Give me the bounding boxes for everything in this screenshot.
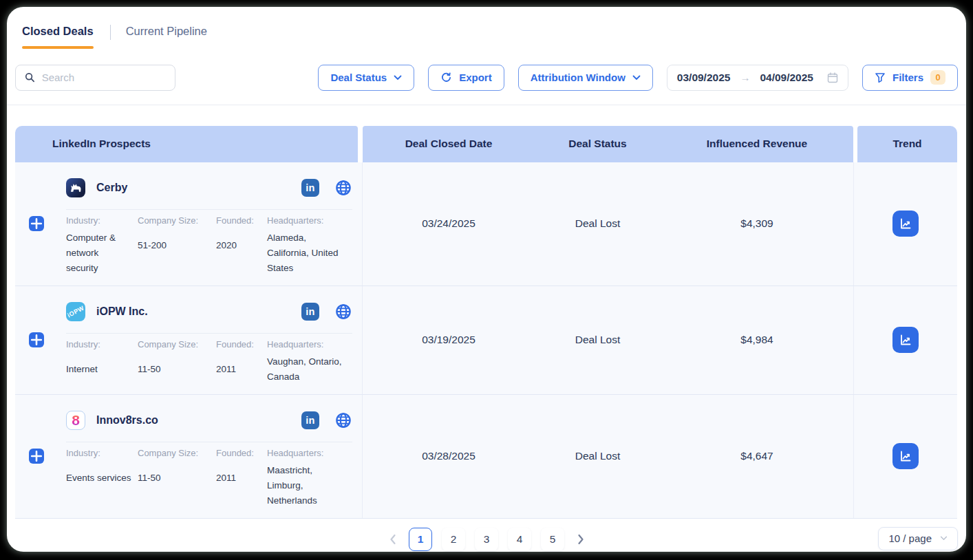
- prev-page-button[interactable]: [385, 528, 399, 551]
- search-box[interactable]: [15, 65, 175, 91]
- date-range-picker[interactable]: 03/09/2025 → 04/09/2025: [667, 65, 848, 91]
- chevron-down-icon: [394, 75, 402, 80]
- tab-closed-deals-label: Closed Deals: [22, 25, 94, 38]
- chevron-down-icon: [940, 536, 948, 541]
- headquarters-label: Headquarters:: [267, 215, 352, 228]
- company-logo-cerby: [66, 178, 85, 197]
- deal-status-dropdown[interactable]: Deal Status: [318, 65, 414, 91]
- company-size-label: Company Size:: [138, 215, 216, 228]
- company-size-label: Company Size:: [138, 448, 216, 460]
- plus-icon: [29, 449, 44, 464]
- prospect-main: iOPW iOPW Inc. in: [66, 296, 352, 385]
- industry-label: Industry:: [66, 339, 138, 352]
- tab-current-pipeline[interactable]: Current Pipeline: [111, 25, 214, 38]
- trend-chart-button[interactable]: [892, 443, 919, 469]
- page-button-4[interactable]: 4: [508, 528, 531, 551]
- expand-row-button[interactable]: [29, 216, 44, 231]
- linkedin-glyph: in: [306, 182, 315, 193]
- prospect-main: Cerby in: [66, 172, 352, 276]
- founded-label: Founded:: [216, 448, 267, 460]
- column-header-deal-status: Deal Status: [535, 138, 661, 150]
- industry-value: Internet: [66, 354, 138, 385]
- deal-closed-date-cell: 03/24/2025: [363, 162, 535, 286]
- founded-value: 2020: [216, 230, 267, 261]
- prospect-cell: Cerby in: [15, 162, 363, 286]
- trend-cell: [853, 162, 957, 286]
- globe-icon[interactable]: [334, 179, 352, 197]
- industry-value: Computer & network security: [66, 230, 138, 276]
- toolbar: Deal Status Export Attribution Window: [7, 65, 966, 91]
- trend-chart-button[interactable]: [892, 327, 919, 353]
- page-button-1[interactable]: 1: [409, 528, 432, 551]
- prospect-cell: 8 Innov8rs.co in: [15, 395, 363, 518]
- industry-label: Industry:: [66, 215, 138, 228]
- trend-chart-button[interactable]: [892, 211, 919, 237]
- attribution-window-dropdown[interactable]: Attribution Window: [518, 65, 653, 91]
- expand-row-button[interactable]: [29, 449, 44, 464]
- table-header: LinkedIn Prospects Deal Closed Date Deal…: [15, 126, 957, 162]
- chevron-right-icon: [577, 534, 585, 545]
- founded-value: 2011: [216, 463, 267, 493]
- plus-icon: [29, 216, 44, 231]
- tabs-bar: Closed Deals Current Pipeline: [7, 7, 966, 49]
- deal-status-cell: Deal Lost: [535, 395, 661, 518]
- linkedin-icon[interactable]: in: [301, 411, 319, 429]
- tab-closed-deals[interactable]: Closed Deals: [15, 25, 100, 49]
- deal-status-cell: Deal Lost: [535, 286, 661, 394]
- filter-funnel-icon: [875, 72, 886, 83]
- header-gap: [358, 126, 363, 162]
- pagination: 1 2 3 4 5 10 / page: [7, 527, 966, 552]
- company-name: iOPW Inc.: [96, 305, 148, 318]
- filters-button[interactable]: Filters 0: [862, 65, 958, 91]
- deal-closed-date-cell: 03/28/2025: [363, 395, 535, 518]
- prospect-divider: [66, 333, 352, 334]
- influenced-revenue-cell: $4,647: [661, 395, 853, 518]
- line-chart-icon: [899, 449, 912, 463]
- table-row: 8 Innov8rs.co in: [15, 395, 957, 519]
- toolbar-separator: [7, 105, 966, 105]
- page-button-3[interactable]: 3: [475, 528, 498, 551]
- page-button-2[interactable]: 2: [442, 528, 465, 551]
- main-panel: Closed Deals Current Pipeline Deal Statu…: [7, 7, 966, 552]
- deal-status-label: Deal Status: [330, 72, 387, 83]
- prospect-main: 8 Innov8rs.co in: [66, 405, 352, 508]
- industry-label: Industry:: [66, 448, 138, 460]
- expand-row-button[interactable]: [29, 332, 44, 347]
- linkedin-icon[interactable]: in: [301, 303, 319, 321]
- calendar-icon: [827, 72, 838, 83]
- plus-icon: [29, 332, 44, 347]
- founded-label: Founded:: [216, 339, 267, 352]
- company-size-value: 11-50: [138, 463, 216, 493]
- search-input[interactable]: [42, 72, 167, 83]
- prospect-divider: [66, 442, 352, 442]
- trend-cell: [853, 286, 957, 394]
- company-size-value: 11-50: [138, 354, 216, 385]
- toolbar-actions: Deal Status Export Attribution Window: [318, 65, 958, 91]
- next-page-button[interactable]: [574, 528, 588, 551]
- linkedin-icon[interactable]: in: [301, 179, 319, 197]
- export-button[interactable]: Export: [428, 65, 504, 91]
- linkedin-glyph: in: [306, 415, 315, 426]
- header-mid-group: Deal Closed Date Deal Status Influenced …: [363, 126, 853, 162]
- headquarters-value: Maastricht, Limburg, Netherlands: [267, 463, 352, 508]
- company-size-value: 51-200: [138, 230, 216, 261]
- table-row: Cerby in: [15, 162, 957, 286]
- search-icon: [24, 71, 36, 84]
- globe-icon[interactable]: [334, 303, 352, 321]
- company-logo-iopw: iOPW: [66, 302, 85, 321]
- company-name: Innov8rs.co: [96, 414, 158, 427]
- company-logo-innov8rs: 8: [66, 411, 85, 430]
- company-meta: Industry: Computer & network security Co…: [66, 215, 352, 276]
- trend-cell: [853, 395, 957, 518]
- headquarters-value: Vaughan, Ontario, Canada: [267, 354, 352, 385]
- date-from: 03/09/2025: [677, 72, 731, 84]
- column-header-trend: Trend: [857, 126, 957, 162]
- company-meta: Industry: Internet Company Size: 11-50 F…: [66, 339, 352, 385]
- page-button-5[interactable]: 5: [541, 528, 564, 551]
- industry-value: Events services: [66, 463, 138, 493]
- headquarters-label: Headquarters:: [267, 339, 352, 352]
- company-meta: Industry: Events services Company Size: …: [66, 448, 352, 508]
- globe-icon[interactable]: [334, 411, 352, 429]
- deal-closed-date-cell: 03/19/2025: [363, 286, 535, 394]
- page-size-select[interactable]: 10 / page: [878, 527, 958, 550]
